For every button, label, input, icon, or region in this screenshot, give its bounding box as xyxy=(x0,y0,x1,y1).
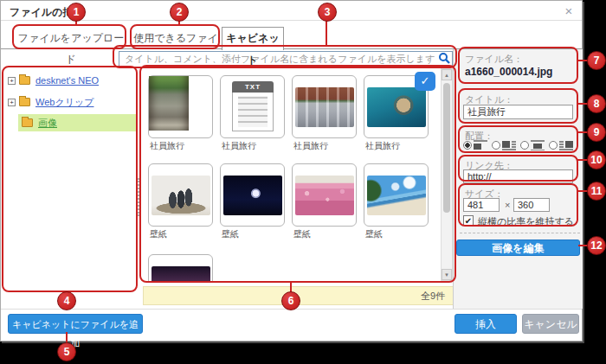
footer-divider xyxy=(1,309,582,310)
add-file-to-cabinet-button[interactable]: キャビネットにファイルを追加 xyxy=(8,314,143,334)
align-options xyxy=(463,140,573,150)
callout-badge-9: 9 xyxy=(587,123,606,142)
photo-thumbnail xyxy=(295,176,354,215)
file-label: 社員旅行 xyxy=(293,140,328,150)
dashed-divider xyxy=(460,233,580,233)
callout-badge-11: 11 xyxy=(587,182,606,201)
scroll-up-icon[interactable]: ▲ xyxy=(442,69,452,80)
search-box xyxy=(119,50,453,67)
thumbnail-grid: TXT ✓ 社員旅行 社員旅行 社員旅行 社員旅行 壁紙 壁紙 壁紙 壁紙 xyxy=(142,67,441,282)
callout-badge-8: 8 xyxy=(587,94,606,113)
file-card[interactable] xyxy=(292,75,357,138)
height-field[interactable] xyxy=(513,198,550,212)
photo-thumbnail xyxy=(152,266,210,282)
tab-bottom-border xyxy=(1,48,582,49)
radio[interactable] xyxy=(549,141,558,150)
file-card[interactable] xyxy=(364,163,429,227)
file-label: 壁紙 xyxy=(150,228,167,239)
keep-ratio-checkbox[interactable]: ✔ xyxy=(463,215,474,226)
photo-thumbnail xyxy=(367,87,426,127)
photo-thumbnail xyxy=(223,176,282,215)
search-input[interactable] xyxy=(119,51,453,67)
folder-icon xyxy=(19,76,30,85)
align-left-wrap-icon xyxy=(502,140,516,150)
tree-item-label[interactable]: 画像 xyxy=(38,117,57,130)
tree-item-images-selected[interactable]: 画像 xyxy=(18,114,136,131)
scrollbar-thumb[interactable] xyxy=(443,83,450,213)
keep-ratio-label: 縦横の比率を維持する xyxy=(478,215,574,228)
radio[interactable] xyxy=(492,141,500,150)
align-right-wrap-option[interactable] xyxy=(549,140,573,150)
file-card[interactable] xyxy=(148,163,213,227)
callout-badge-7: 7 xyxy=(587,51,606,70)
tree-item-webclip[interactable]: + Webクリップ xyxy=(8,93,93,111)
file-card[interactable] xyxy=(292,163,357,227)
folder-icon xyxy=(19,98,30,106)
grid-scrollbar[interactable]: ▲ ▼ xyxy=(441,68,453,281)
callout-badge-12: 12 xyxy=(587,236,606,255)
title-field[interactable] xyxy=(463,105,573,119)
tab-cabinet[interactable]: キャビネット xyxy=(222,27,284,50)
align-left-option[interactable] xyxy=(463,140,487,150)
file-label: 社員旅行 xyxy=(222,140,256,150)
screenshot-root: ファイルの挿入 × ファイルをアップロード 使用できるファイル キャビネット +… xyxy=(0,0,606,364)
photo-thumbnail xyxy=(295,87,354,127)
callout-badge-10: 10 xyxy=(587,150,606,169)
file-card[interactable] xyxy=(148,75,213,138)
status-bar: 全9件 xyxy=(143,286,456,305)
cancel-button[interactable]: キャンセル xyxy=(522,314,579,334)
insert-file-dialog: ファイルの挿入 × ファイルをアップロード 使用できるファイル キャビネット +… xyxy=(0,0,583,342)
dialog-title: ファイルの挿入 xyxy=(10,5,83,20)
file-card[interactable] xyxy=(220,163,285,227)
width-field[interactable] xyxy=(463,198,500,212)
close-icon[interactable]: × xyxy=(560,3,577,19)
photo-thumbnail xyxy=(149,76,189,131)
file-label: 社員旅行 xyxy=(365,140,400,150)
tab-upload-file[interactable]: ファイルをアップロード xyxy=(15,28,127,48)
insert-button[interactable]: 挿入 xyxy=(455,314,517,334)
scroll-down-icon[interactable]: ▼ xyxy=(442,269,452,280)
file-label: 社員旅行 xyxy=(150,140,184,150)
folder-icon xyxy=(22,118,33,127)
photo-thumbnail xyxy=(152,176,210,215)
align-center-option[interactable] xyxy=(520,140,545,150)
txt-file-icon: TXT xyxy=(232,81,274,131)
filename-value: a1660_000014.jpg xyxy=(465,66,552,78)
photo-thumbnail xyxy=(367,176,426,215)
edit-image-button[interactable]: 画像を編集 xyxy=(456,239,580,256)
search-icon[interactable] xyxy=(438,52,450,64)
tab-available-files[interactable]: 使用できるファイル xyxy=(132,28,219,48)
file-label: 壁紙 xyxy=(365,228,383,239)
times-symbol: × xyxy=(505,200,510,210)
align-right-wrap-icon xyxy=(559,140,573,150)
file-card[interactable]: TXT xyxy=(220,75,285,138)
align-left-icon xyxy=(474,140,487,150)
tree-item-desknets-neo[interactable]: + desknet's NEO xyxy=(8,72,99,89)
align-left-wrap-option[interactable] xyxy=(492,140,516,150)
align-center-icon xyxy=(531,140,545,150)
radio[interactable] xyxy=(520,141,529,150)
selected-check-icon[interactable]: ✓ xyxy=(415,72,435,91)
tree-item-label[interactable]: desknet's NEO xyxy=(35,75,99,86)
expand-plus-icon[interactable]: + xyxy=(8,99,16,106)
tree-item-label[interactable]: Webクリップ xyxy=(35,96,93,109)
radio-selected[interactable] xyxy=(463,141,472,150)
panel-splitter-handle[interactable] xyxy=(137,178,140,216)
file-card[interactable] xyxy=(148,254,213,282)
link-field[interactable] xyxy=(463,169,573,183)
filename-label: ファイル名： xyxy=(465,53,523,66)
title-divider xyxy=(1,20,582,21)
expand-plus-icon[interactable]: + xyxy=(8,77,16,85)
file-label: 壁紙 xyxy=(222,228,239,239)
file-label: 壁紙 xyxy=(293,228,311,239)
